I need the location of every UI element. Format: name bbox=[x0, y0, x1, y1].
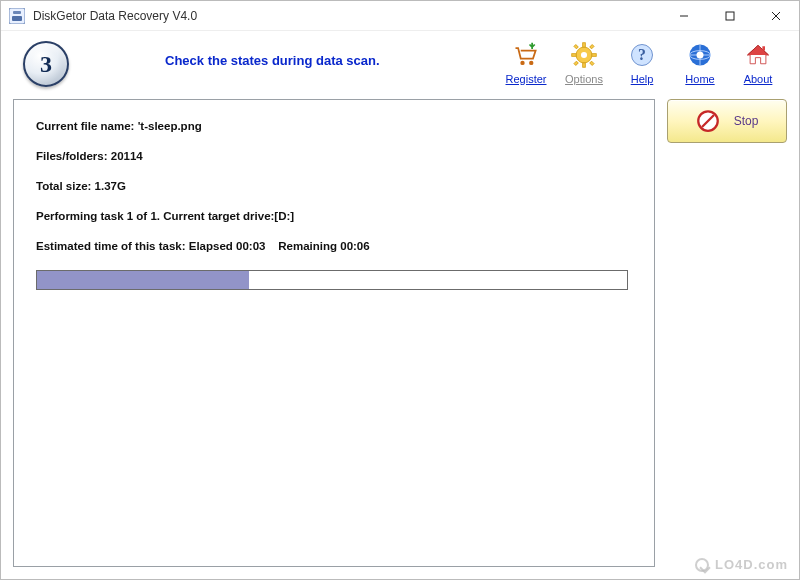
progress-bar bbox=[36, 270, 628, 290]
step-number: 3 bbox=[40, 51, 52, 78]
gear-icon bbox=[568, 39, 600, 71]
svg-rect-11 bbox=[583, 43, 586, 47]
house-icon bbox=[742, 39, 774, 71]
register-button[interactable]: Register bbox=[501, 39, 551, 85]
minimize-button[interactable] bbox=[661, 1, 707, 30]
help-button[interactable]: ? Help bbox=[617, 39, 667, 85]
svg-point-10 bbox=[581, 52, 587, 58]
task-line: Performing task 1 of 1. Current target d… bbox=[36, 210, 632, 222]
toolbar-label: Help bbox=[631, 73, 654, 85]
current-file-label: Current file name: bbox=[36, 120, 134, 132]
toolbar-label: Register bbox=[506, 73, 547, 85]
app-window: DiskGetor Data Recovery V4.0 3 Check the… bbox=[0, 0, 800, 580]
svg-rect-12 bbox=[583, 63, 586, 67]
svg-rect-14 bbox=[592, 54, 596, 57]
progress-fill bbox=[37, 271, 249, 289]
close-button[interactable] bbox=[753, 1, 799, 30]
estimated-time-row: Estimated time of this task: Elapsed 00:… bbox=[36, 240, 632, 252]
toolbar-label: Options bbox=[565, 73, 603, 85]
current-file-value: 't-sleep.png bbox=[138, 120, 202, 132]
step-badge: 3 bbox=[23, 41, 69, 87]
stop-button[interactable]: Stop bbox=[667, 99, 787, 143]
elapsed-value: Elapsed 00:03 bbox=[189, 240, 266, 252]
estimated-label: Estimated time of this task: bbox=[36, 240, 186, 252]
svg-rect-1 bbox=[13, 11, 21, 14]
toolbar: Register bbox=[501, 39, 789, 85]
total-size-row: Total size: 1.37G bbox=[36, 180, 632, 192]
current-file-row: Current file name: 't-sleep.png bbox=[36, 120, 632, 132]
toolbar-label: About bbox=[744, 73, 773, 85]
cart-icon bbox=[510, 39, 542, 71]
svg-point-23 bbox=[697, 52, 704, 59]
files-folders-label: Files/folders: bbox=[36, 150, 108, 162]
scan-panel: Current file name: 't-sleep.png Files/fo… bbox=[13, 99, 655, 567]
svg-rect-24 bbox=[762, 46, 765, 50]
files-folders-row: Files/folders: 20114 bbox=[36, 150, 632, 162]
window-controls bbox=[661, 1, 799, 30]
home-button[interactable]: Home bbox=[675, 39, 725, 85]
svg-rect-13 bbox=[572, 54, 576, 57]
svg-rect-16 bbox=[590, 45, 594, 49]
toolbar-label: Home bbox=[685, 73, 714, 85]
svg-rect-17 bbox=[574, 61, 578, 65]
svg-rect-15 bbox=[574, 45, 578, 49]
stop-label: Stop bbox=[734, 114, 759, 128]
files-folders-value: 20114 bbox=[111, 150, 143, 162]
content-area: Current file name: 't-sleep.png Files/fo… bbox=[1, 91, 799, 579]
svg-point-8 bbox=[529, 61, 533, 65]
svg-point-7 bbox=[520, 61, 524, 65]
options-button[interactable]: Options bbox=[559, 39, 609, 85]
total-size-label: Total size: bbox=[36, 180, 91, 192]
help-icon: ? bbox=[626, 39, 658, 71]
app-icon bbox=[9, 8, 25, 24]
magnifier-icon bbox=[695, 558, 709, 572]
instruction-text: Check the states during data scan. bbox=[85, 39, 501, 68]
side-panel: Stop bbox=[667, 99, 787, 567]
svg-rect-18 bbox=[590, 61, 594, 65]
svg-rect-2 bbox=[12, 16, 22, 21]
about-button[interactable]: About bbox=[733, 39, 783, 85]
watermark: LO4D.com bbox=[695, 557, 788, 572]
maximize-button[interactable] bbox=[707, 1, 753, 30]
watermark-text: LO4D.com bbox=[715, 557, 788, 572]
titlebar: DiskGetor Data Recovery V4.0 bbox=[1, 1, 799, 31]
stop-icon bbox=[696, 109, 720, 133]
total-size-value: 1.37G bbox=[95, 180, 126, 192]
window-title: DiskGetor Data Recovery V4.0 bbox=[33, 9, 661, 23]
svg-text:?: ? bbox=[638, 46, 646, 63]
globe-icon bbox=[684, 39, 716, 71]
svg-rect-4 bbox=[726, 12, 734, 20]
header-strip: 3 Check the states during data scan. Reg… bbox=[1, 31, 799, 91]
remaining-value: Remaining 00:06 bbox=[278, 240, 369, 252]
